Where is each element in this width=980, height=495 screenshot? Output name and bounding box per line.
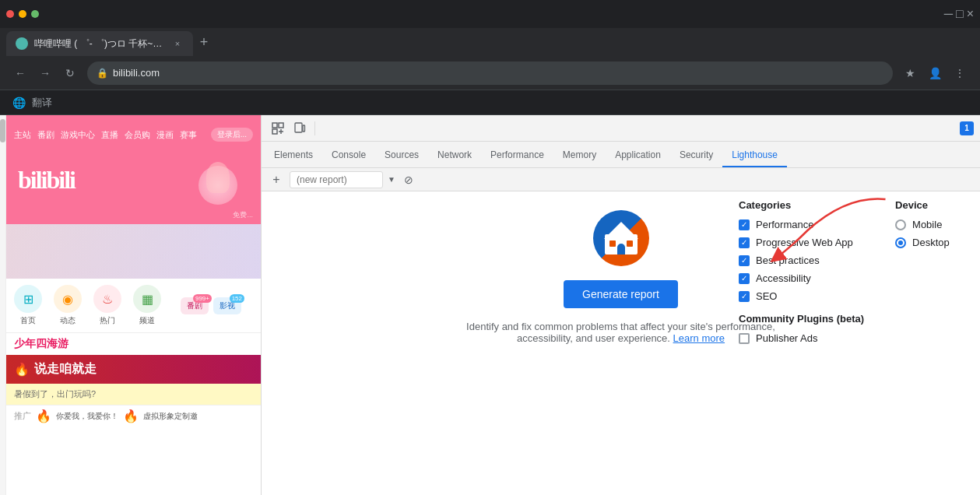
tab-memory[interactable]: Memory bbox=[553, 144, 606, 167]
nav-live[interactable]: 直播 bbox=[101, 129, 118, 141]
forward-button[interactable]: → bbox=[34, 62, 56, 84]
tab-sources[interactable]: Sources bbox=[375, 144, 428, 167]
more-button[interactable]: ⋮ bbox=[949, 62, 971, 84]
nav-mall[interactable]: 会员购 bbox=[125, 129, 150, 141]
mobile-label: Mobile bbox=[912, 219, 942, 230]
performance-label: Performance bbox=[756, 219, 813, 230]
login-button[interactable]: 登录后... bbox=[211, 128, 253, 142]
lighthouse-content: Generate report Identify and fix common … bbox=[262, 191, 980, 495]
bili-nav: 主站 番剧 游戏中心 直播 会员购 漫画 赛事 bbox=[14, 129, 197, 141]
svg-rect-1 bbox=[279, 123, 283, 128]
new-report-input[interactable] bbox=[290, 171, 383, 188]
pwa-checkbox[interactable] bbox=[739, 237, 750, 248]
toolbar-separator bbox=[314, 121, 315, 135]
learn-more-link[interactable]: Learn more bbox=[673, 332, 725, 344]
home-label: 首页 bbox=[20, 315, 36, 326]
nav-anime[interactable]: 番剧 bbox=[37, 129, 54, 141]
tab-security[interactable]: Security bbox=[670, 144, 722, 167]
option-publisher-ads: Publisher Ads bbox=[739, 332, 864, 344]
profile-button[interactable]: 👤 bbox=[924, 62, 946, 84]
anime-card[interactable]: 番剧 999+ bbox=[181, 297, 209, 314]
fire-icon-footer-1: 🔥 bbox=[36, 409, 51, 423]
bili-icon-dynamic[interactable]: ◉ 动态 bbox=[54, 285, 82, 326]
nav-buttons: ← → ↻ bbox=[9, 62, 81, 84]
home-icon: ⊞ bbox=[14, 285, 42, 313]
tab-network[interactable]: Network bbox=[428, 144, 481, 167]
devtools-tabs: Elements Console Sources Network Perform… bbox=[262, 142, 980, 168]
performance-checkbox[interactable] bbox=[739, 219, 750, 230]
left-scrollbar[interactable] bbox=[0, 115, 6, 495]
desktop-radio[interactable] bbox=[895, 237, 906, 248]
option-desktop: Desktop bbox=[895, 237, 950, 248]
clear-button[interactable]: ⊘ bbox=[400, 171, 417, 188]
svg-rect-5 bbox=[295, 123, 302, 132]
translate-label: 翻译 bbox=[32, 96, 52, 110]
best-practices-checkbox[interactable] bbox=[739, 255, 750, 266]
option-mobile: Mobile bbox=[895, 219, 950, 230]
generate-report-button[interactable]: Generate report bbox=[564, 280, 678, 308]
dynamic-label: 动态 bbox=[60, 315, 76, 326]
notification-area: 1 bbox=[960, 121, 974, 135]
seo-label: SEO bbox=[756, 290, 777, 302]
tab-performance[interactable]: Performance bbox=[481, 144, 553, 167]
drama-card[interactable]: 影视 152 bbox=[213, 297, 241, 314]
add-report-button[interactable]: + bbox=[268, 171, 285, 188]
options-row: Categories Performance Progressive Web A… bbox=[739, 199, 957, 350]
tab-console[interactable]: Console bbox=[322, 144, 375, 167]
reload-button[interactable]: ↻ bbox=[59, 62, 81, 84]
new-tab-button[interactable]: + bbox=[193, 31, 215, 53]
tab-close-button[interactable]: × bbox=[171, 37, 184, 50]
report-dropdown[interactable]: ▼ bbox=[388, 175, 395, 184]
minimize-button[interactable]: ─ bbox=[944, 7, 953, 21]
lighthouse-logo bbox=[593, 210, 649, 266]
bili-sub-text: 免费... bbox=[233, 210, 253, 220]
tab-bar: 哔哩哔哩 ( ゜- ゜)つロ 千杯~-bili... × + bbox=[0, 28, 980, 56]
close-window-button[interactable]: × bbox=[967, 7, 974, 21]
inspect-element-button[interactable] bbox=[268, 118, 288, 139]
publisher-ads-checkbox[interactable] bbox=[739, 333, 750, 344]
bili-icon-hot[interactable]: ♨ 热门 bbox=[93, 285, 121, 326]
pwa-label: Progressive Web App bbox=[756, 237, 853, 248]
lighthouse-description: Identify and fix common problems that af… bbox=[465, 321, 777, 344]
active-tab[interactable]: 哔哩哔哩 ( ゜- ゜)つロ 千杯~-bili... × bbox=[6, 31, 193, 56]
bili-logo-area: bilibili 免费... bbox=[6, 154, 261, 224]
bili-banner bbox=[6, 224, 261, 279]
bili-icon-home[interactable]: ⊞ 首页 bbox=[14, 285, 42, 326]
bili-icons-row: ⊞ 首页 ◉ 动态 ♨ 热门 ▦ 频道 bbox=[6, 279, 261, 333]
nav-home[interactable]: 主站 bbox=[14, 129, 31, 141]
tab-title: 哔哩哔哩 ( ゜- ゜)つロ 千杯~-bili... bbox=[34, 37, 165, 51]
browser-window: ─ □ × 哔哩哔哩 ( ゜- ゜)つロ 千杯~-bili... × + ← →… bbox=[0, 0, 980, 495]
device-toggle-button[interactable] bbox=[290, 118, 310, 139]
back-button[interactable]: ← bbox=[9, 62, 31, 84]
footer-promo-label: 推广 bbox=[14, 410, 31, 422]
tab-lighthouse[interactable]: Lighthouse bbox=[722, 144, 787, 167]
mobile-radio[interactable] bbox=[895, 219, 906, 230]
url-bar[interactable]: 🔒 bilibili.com bbox=[87, 61, 893, 85]
address-bar-actions: ★ 👤 ⋮ bbox=[899, 62, 971, 84]
bili-footer: 推广 🔥 你爱我，我爱你！ 🔥 虚拟形象定制邀 bbox=[6, 405, 261, 427]
tab-elements[interactable]: Elements bbox=[265, 144, 322, 167]
nav-manga[interactable]: 漫画 bbox=[156, 129, 174, 141]
nav-games[interactable]: 游戏中心 bbox=[61, 129, 95, 141]
notification-icon: 1 bbox=[960, 121, 974, 135]
categories-column: Categories Performance Progressive Web A… bbox=[739, 199, 864, 350]
option-performance: Performance bbox=[739, 219, 864, 230]
devtools-top-icons: 1 bbox=[262, 115, 980, 142]
drama-badge: 152 bbox=[230, 294, 244, 303]
accessibility-checkbox[interactable] bbox=[739, 273, 750, 284]
accessibility-label: Accessibility bbox=[756, 272, 811, 284]
maximize-button[interactable]: □ bbox=[956, 7, 964, 21]
channel-label: 频道 bbox=[139, 315, 155, 326]
devtools-panel: 1 Elements Console Sources Network bbox=[261, 115, 980, 495]
tab-application[interactable]: Application bbox=[606, 144, 670, 167]
nav-esports[interactable]: 赛事 bbox=[180, 129, 197, 141]
community-heading: Community Plugins (beta) bbox=[739, 313, 864, 325]
device-column: Device Mobile Desktop bbox=[895, 199, 950, 350]
devtools-secondary-bar: + ▼ ⊘ bbox=[262, 168, 980, 191]
option-pwa: Progressive Web App bbox=[739, 237, 864, 248]
seo-checkbox[interactable] bbox=[739, 291, 750, 302]
bookmark-button[interactable]: ★ bbox=[899, 62, 921, 84]
address-bar: ← → ↻ 🔒 bilibili.com ★ 👤 ⋮ bbox=[0, 56, 980, 90]
bili-icon-channel[interactable]: ▦ 频道 bbox=[133, 285, 161, 326]
options-panel: Categories Performance Progressive Web A… bbox=[739, 199, 957, 350]
